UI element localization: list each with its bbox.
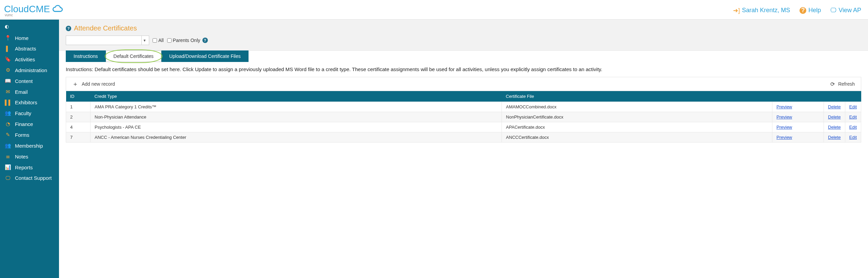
cell-edit: Edit (845, 112, 861, 122)
refresh-button[interactable]: ⟳ Refresh (830, 81, 855, 87)
delete-link[interactable]: Delete (828, 135, 841, 140)
sidebar-icon: ✉ (5, 89, 11, 95)
add-new-record-button[interactable]: ＋ Add new record (72, 80, 115, 88)
instructions-text: Instructions: Default certificates shoul… (66, 66, 861, 72)
preview-link[interactable]: Preview (776, 104, 792, 109)
cell-preview: Preview (772, 112, 824, 122)
delete-link[interactable]: Delete (828, 104, 841, 109)
view-ap-link[interactable]: 🖵 View AP (830, 7, 861, 14)
sidebar-item-membership[interactable]: 👥Membership (0, 140, 59, 151)
plus-icon: ＋ (72, 80, 78, 88)
filter-all[interactable]: All (153, 38, 164, 43)
sidebar-item-contact-support[interactable]: 🖵Contact Support (0, 173, 59, 183)
cell-file: ANCCCertificate.docx (502, 132, 772, 143)
help-link[interactable]: ? Help (800, 7, 821, 14)
sidebar-icon: 👥 (5, 110, 11, 116)
cell-delete: Delete (824, 132, 845, 143)
cell-edit: Edit (845, 122, 861, 132)
preview-link[interactable]: Preview (776, 125, 792, 130)
filter-all-checkbox[interactable] (153, 38, 157, 43)
sidebar-label: Email (15, 89, 28, 95)
sidebar-icon: ✎ (5, 132, 11, 138)
sidebar-label: Forms (15, 132, 29, 138)
filter-parents-checkbox[interactable] (167, 38, 172, 43)
sidebar-icon: ▌▌ (5, 100, 11, 105)
sidebar-label: Reports (15, 165, 33, 170)
sidebar-item-exhibitors[interactable]: ▌▌Exhibitors (0, 97, 59, 108)
filter-parents-only[interactable]: Parents Only ? (167, 38, 208, 43)
main: ? Attendee Certificates ▼ All Parents On… (59, 20, 868, 278)
cell-id: 2 (66, 112, 91, 122)
sidebar-icon: 🔖 (5, 56, 11, 62)
sidebar-item-activities[interactable]: 🔖Activities (0, 54, 59, 65)
table-row: 4Psychologists - APA CEAPACertificate.do… (66, 122, 861, 132)
tab-default-certificates[interactable]: Default Certificates (106, 50, 161, 62)
sidebar-item-home[interactable]: 📍Home (0, 33, 59, 43)
help-icon: ? (800, 7, 806, 14)
cell-credit-type: Psychologists - APA CE (91, 122, 502, 132)
sidebar: ◐ 📍Home▌Abstracts🔖Activities⚙Administrat… (0, 20, 59, 278)
sidebar-label: Finance (15, 121, 33, 127)
cell-preview: Preview (772, 102, 824, 112)
sidebar-toggle[interactable]: ◐ (0, 22, 59, 33)
edit-link[interactable]: Edit (849, 114, 857, 120)
parents-help-icon[interactable]: ? (202, 38, 208, 43)
cell-edit: Edit (845, 132, 861, 143)
sidebar-icon: ≣ (5, 153, 11, 159)
sidebar-item-email[interactable]: ✉Email (0, 86, 59, 97)
sidebar-icon: 🖵 (5, 175, 11, 181)
activity-dropdown[interactable]: ▼ (66, 36, 149, 45)
signin-icon: ➜] (733, 7, 740, 14)
logo: CloudCME vumc (4, 4, 63, 17)
sidebar-icon: ▌ (5, 46, 11, 51)
sidebar-label: Abstracts (15, 46, 36, 51)
sidebar-item-faculty[interactable]: 👥Faculty (0, 108, 59, 119)
sidebar-icon: ⚙ (5, 67, 11, 73)
tab-instructions[interactable]: Instructions (66, 50, 106, 62)
sidebar-item-content[interactable]: 📖Content (0, 76, 59, 86)
preview-link[interactable]: Preview (776, 135, 792, 140)
cell-edit: Edit (845, 102, 861, 112)
delete-link[interactable]: Delete (828, 125, 841, 130)
cell-file: AMAMOCCombined.docx (502, 102, 772, 112)
sidebar-label: Contact Support (15, 175, 52, 181)
col-delete (824, 91, 845, 102)
tab-upload-download-certificate-files[interactable]: Upload/Download Certificate Files (161, 50, 249, 62)
sidebar-icon: 👥 (5, 143, 11, 149)
sidebar-icon: 📖 (5, 78, 11, 84)
sidebar-item-forms[interactable]: ✎Forms (0, 129, 59, 140)
edit-link[interactable]: Edit (849, 135, 857, 140)
top-bar: CloudCME vumc ➜] Sarah Krentz, MS ? Help… (0, 0, 868, 20)
certificates-table: ID Credit Type Certificate File 1AMA PRA… (66, 91, 861, 143)
cell-file: APACertificate.docx (502, 122, 772, 132)
grid-toolbar: ＋ Add new record ⟳ Refresh (66, 77, 861, 91)
cell-delete: Delete (824, 102, 845, 112)
sidebar-item-finance[interactable]: ◔Finance (0, 119, 59, 129)
sidebar-label: Activities (15, 57, 35, 62)
cell-credit-type: AMA PRA Category 1 Credits™ (91, 102, 502, 112)
sidebar-item-administration[interactable]: ⚙Administration (0, 65, 59, 76)
delete-link[interactable]: Delete (828, 114, 841, 120)
edit-link[interactable]: Edit (849, 104, 857, 109)
chevron-down-icon: ▼ (141, 36, 147, 45)
cell-id: 1 (66, 102, 91, 112)
col-preview (772, 91, 824, 102)
preview-link[interactable]: Preview (776, 114, 792, 120)
sidebar-label: Administration (15, 67, 47, 73)
sidebar-item-abstracts[interactable]: ▌Abstracts (0, 43, 59, 54)
cell-preview: Preview (772, 132, 824, 143)
sidebar-label: Content (15, 78, 33, 84)
sidebar-label: Home (15, 35, 28, 41)
user-link[interactable]: ➜] Sarah Krentz, MS (733, 7, 790, 14)
sidebar-item-reports[interactable]: 📊Reports (0, 162, 59, 173)
edit-link[interactable]: Edit (849, 125, 857, 130)
sidebar-item-notes[interactable]: ≣Notes (0, 151, 59, 162)
cloud-icon (51, 5, 63, 14)
sidebar-icon: 📊 (5, 164, 11, 170)
page-help-icon[interactable]: ? (66, 26, 71, 31)
cell-credit-type: Non-Physician Attendance (91, 112, 502, 122)
sidebar-icon: 📍 (5, 35, 11, 41)
sidebar-label: Faculty (15, 110, 31, 116)
cell-file: NonPhysicianCertificate.docx (502, 112, 772, 122)
monitor-icon: 🖵 (830, 7, 836, 14)
